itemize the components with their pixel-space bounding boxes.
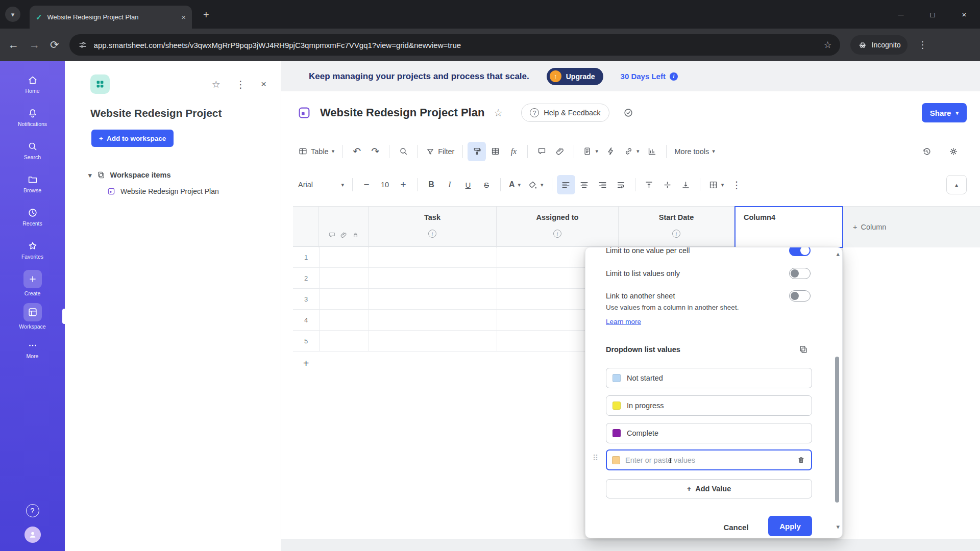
window-close-button[interactable]: ×	[948, 0, 980, 29]
fill-color-button[interactable]: ▾	[524, 175, 547, 194]
color-swatch[interactable]	[612, 402, 621, 410]
list-value-row[interactable]: Not started	[606, 368, 812, 388]
align-center-button[interactable]	[575, 175, 594, 194]
window-minimize-button[interactable]: ─	[885, 0, 917, 29]
more-tools-button[interactable]: More tools ▾	[671, 142, 719, 161]
toggle-limit-list-values[interactable]	[789, 268, 811, 279]
info-icon[interactable]: i	[672, 230, 680, 238]
info-icon[interactable]: i	[428, 230, 436, 238]
site-settings-icon[interactable]	[78, 40, 88, 50]
format-painter-button[interactable]	[468, 142, 486, 161]
drag-handle-icon[interactable]: ⠿	[593, 454, 598, 462]
sidebar-item-favorites[interactable]: Favorites	[0, 233, 65, 266]
row-number-header[interactable]	[293, 207, 319, 247]
reload-button[interactable]: ⟳	[50, 39, 59, 51]
browser-tab[interactable]: ✓ Website Redesign Project Plan ×	[30, 6, 192, 29]
search-button[interactable]	[394, 142, 412, 161]
font-family-select[interactable]: Arial ▾	[295, 175, 348, 194]
learn-more-link[interactable]: Learn more	[606, 318, 641, 325]
favorite-star-icon[interactable]: ☆	[212, 79, 220, 90]
sidebar-item-workspace[interactable]: Workspace	[0, 299, 65, 333]
workspace-item-sheet[interactable]: Website Redesign Project Plan	[107, 187, 281, 196]
row-attributes-header[interactable]	[319, 207, 369, 247]
add-row-button[interactable]: +	[293, 358, 319, 369]
sidebar-item-recents[interactable]: Recents	[0, 200, 65, 233]
column-header-start-date[interactable]: Start Date i	[619, 207, 734, 247]
workspace-items-section[interactable]: ▾ Workspace items	[88, 170, 281, 180]
apply-button[interactable]: Apply	[768, 516, 812, 536]
list-value-row[interactable]: In progress	[606, 395, 812, 416]
sidebar-item-browse[interactable]: Browse	[0, 167, 65, 200]
column-header-assigned-to[interactable]: Assigned to i	[497, 207, 619, 247]
row-number[interactable]: 5	[293, 331, 319, 352]
row-number[interactable]: 1	[293, 247, 319, 268]
valign-top-button[interactable]	[640, 175, 658, 194]
chevron-down-icon[interactable]: ▾	[88, 171, 92, 179]
view-selector-button[interactable]: Table ▾	[295, 142, 338, 161]
scroll-down-icon[interactable]: ▾	[836, 523, 840, 531]
sidebar-item-home[interactable]: Home	[0, 67, 65, 101]
valign-bottom-button[interactable]	[677, 175, 695, 194]
add-value-button[interactable]: + Add Value	[606, 479, 812, 498]
borders-button[interactable]: ▾	[705, 175, 728, 194]
tab-search-button[interactable]: ▾	[5, 7, 20, 22]
toggle-one-value-per-cell[interactable]	[789, 247, 811, 256]
sidebar-item-more[interactable]: More	[0, 333, 65, 366]
document-menu-button[interactable]: ▾	[579, 142, 602, 161]
help-feedback-button[interactable]: ? Help & Feedback	[521, 104, 609, 122]
italic-button[interactable]: I	[440, 175, 459, 194]
font-size-increase-button[interactable]: +	[394, 175, 412, 194]
row-number[interactable]: 3	[293, 289, 319, 310]
user-avatar[interactable]	[24, 527, 41, 543]
toggle-link-another-sheet[interactable]	[789, 290, 811, 302]
trash-icon[interactable]	[796, 455, 806, 465]
wrap-text-button[interactable]	[612, 175, 630, 194]
panel-close-icon[interactable]: ×	[261, 79, 266, 90]
share-button[interactable]: Share ▾	[922, 103, 967, 122]
font-color-button[interactable]: A ▾	[505, 175, 524, 194]
redo-button[interactable]: ↷	[366, 142, 384, 161]
tab-close-icon[interactable]: ×	[181, 13, 186, 21]
more-formatting-kebab-button[interactable]: ⋮	[727, 175, 746, 194]
formula-button[interactable]: fx	[504, 142, 523, 161]
align-left-button[interactable]	[557, 175, 575, 194]
help-button[interactable]: ?	[26, 504, 39, 517]
settings-button[interactable]	[944, 142, 963, 161]
column-header-task[interactable]: Task i	[369, 207, 497, 247]
panel-menu-kebab-icon[interactable]: ⋮	[236, 79, 246, 90]
font-size-decrease-button[interactable]: −	[357, 175, 376, 194]
new-value-input[interactable]	[625, 456, 791, 464]
undo-button[interactable]: ↶	[348, 142, 366, 161]
upgrade-button[interactable]: ↑ Upgrade	[547, 68, 603, 85]
browser-menu-icon[interactable]: ⋮	[918, 39, 927, 51]
align-right-button[interactable]	[594, 175, 612, 194]
bold-button[interactable]: B	[422, 175, 440, 194]
add-to-workspace-button[interactable]: + Add to workspace	[91, 130, 174, 147]
collapse-toolbar-button[interactable]: ▴	[946, 175, 967, 194]
valign-middle-button[interactable]	[658, 175, 677, 194]
forward-button[interactable]: →	[29, 39, 40, 51]
window-maximize-button[interactable]: □	[917, 0, 948, 29]
chart-button[interactable]	[643, 142, 662, 161]
new-tab-button[interactable]: +	[203, 9, 209, 21]
underline-button[interactable]: U	[459, 175, 477, 194]
comment-button[interactable]	[532, 142, 551, 161]
scroll-up-icon[interactable]: ▴	[836, 250, 840, 258]
lock-icon[interactable]	[352, 231, 359, 239]
color-swatch[interactable]	[612, 456, 620, 464]
comment-icon[interactable]	[328, 231, 336, 239]
column-header-column4-selected[interactable]: Column4	[734, 206, 843, 248]
info-icon[interactable]: i	[553, 230, 561, 238]
url-text[interactable]: app.smartsheet.com/sheets/v3qwxMgRrP9pqp…	[94, 41, 818, 49]
back-button[interactable]: ←	[8, 39, 19, 51]
bookmark-star-icon[interactable]: ☆	[823, 39, 831, 51]
add-column-button[interactable]: + Column	[843, 207, 980, 247]
paperclip-icon[interactable]	[340, 231, 348, 239]
color-swatch[interactable]	[612, 429, 621, 437]
sidebar-item-notifications[interactable]: Notifications	[0, 101, 65, 134]
favorite-sheet-star-icon[interactable]: ☆	[494, 107, 503, 119]
copy-icon[interactable]	[798, 344, 808, 355]
color-swatch[interactable]	[612, 374, 621, 382]
row-number[interactable]: 4	[293, 310, 319, 331]
list-value-row[interactable]: Complete	[606, 423, 812, 443]
